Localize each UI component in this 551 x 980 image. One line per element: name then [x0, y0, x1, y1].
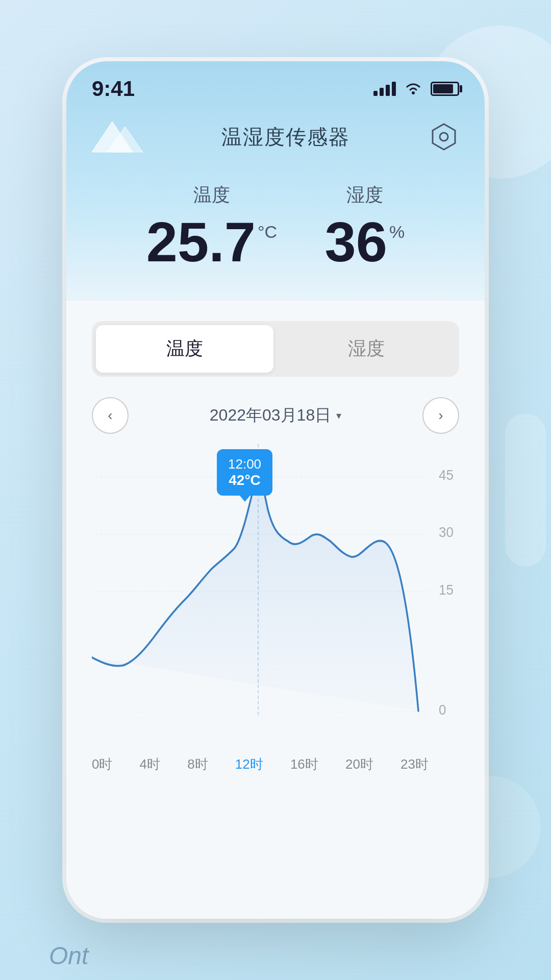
app-title: 温湿度传感器: [221, 123, 350, 151]
x-label-4: 4时: [140, 755, 160, 773]
app-title-bar: 温湿度传感器: [92, 106, 459, 162]
phone-frame: 9:41: [66, 61, 485, 919]
signal-icon: [373, 82, 396, 96]
humidity-unit: %: [389, 222, 405, 242]
x-label-0: 0时: [92, 755, 112, 773]
temperature-unit: °C: [258, 222, 277, 242]
svg-marker-3: [433, 124, 455, 150]
tooltip-arrow: [240, 496, 250, 502]
chart-container: 12:00 42°C 45 30 15 0: [66, 444, 485, 919]
battery-icon: [431, 82, 459, 96]
bottom-text: Ont: [49, 942, 88, 970]
x-label-20: 20时: [345, 755, 373, 773]
date-nav: ‹ 2022年03月18日 ▾ ›: [66, 387, 485, 444]
wifi-icon: [404, 82, 422, 96]
humidity-value: 36: [325, 214, 387, 270]
svg-point-4: [440, 133, 448, 141]
chart-svg: 45 30 15 0: [92, 444, 459, 750]
tab-humidity[interactable]: 湿度: [278, 325, 455, 373]
x-label-16: 16时: [290, 755, 318, 773]
temperature-label: 温度: [146, 183, 277, 208]
x-label-8: 8时: [187, 755, 208, 773]
sensor-data: 温度 25.7 °C 湿度 36 %: [92, 162, 459, 301]
prev-date-button[interactable]: ‹: [92, 397, 129, 434]
prev-arrow-icon: ‹: [108, 407, 112, 424]
x-label-23: 23时: [400, 755, 429, 773]
phone-content: 温度 湿度 ‹ 2022年03月18日 ▾ › 12:00 42°C: [66, 301, 485, 919]
x-label-12: 12时: [235, 755, 263, 773]
bg-decor-right: [505, 413, 546, 567]
temperature-value-row: 25.7 °C: [146, 214, 277, 270]
next-arrow-icon: ›: [438, 407, 443, 424]
humidity-label: 湿度: [325, 183, 405, 208]
status-icons: [373, 82, 459, 96]
battery-fill: [433, 84, 453, 93]
settings-icon[interactable]: [429, 121, 459, 152]
x-axis-labels: 0时 4时 8时 12时 16时 20时 23时: [92, 750, 459, 773]
tab-selector: 温度 湿度: [92, 321, 459, 377]
svg-text:15: 15: [439, 582, 454, 598]
temperature-value: 25.7: [146, 214, 256, 270]
status-time: 9:41: [92, 77, 135, 101]
dropdown-icon: ▾: [336, 409, 341, 422]
app-logo: [92, 116, 143, 157]
svg-text:45: 45: [439, 467, 454, 483]
tooltip-time: 12:00: [228, 456, 261, 472]
temperature-section: 温度 25.7 °C: [146, 183, 277, 270]
svg-text:30: 30: [439, 524, 454, 540]
phone-header: 9:41: [66, 61, 485, 301]
humidity-section: 湿度 36 %: [325, 183, 405, 270]
svg-point-0: [412, 91, 415, 94]
humidity-value-row: 36 %: [325, 214, 405, 270]
date-text: 2022年03月18日: [210, 404, 331, 427]
svg-text:0: 0: [439, 702, 446, 718]
chart-tooltip: 12:00 42°C: [217, 449, 272, 496]
tooltip-value: 42°C: [228, 472, 261, 488]
tab-temperature[interactable]: 温度: [96, 325, 273, 373]
next-date-button[interactable]: ›: [422, 397, 459, 434]
status-bar: 9:41: [92, 61, 459, 106]
chart-svg-wrapper: 45 30 15 0: [92, 444, 459, 750]
date-display[interactable]: 2022年03月18日 ▾: [210, 404, 341, 427]
